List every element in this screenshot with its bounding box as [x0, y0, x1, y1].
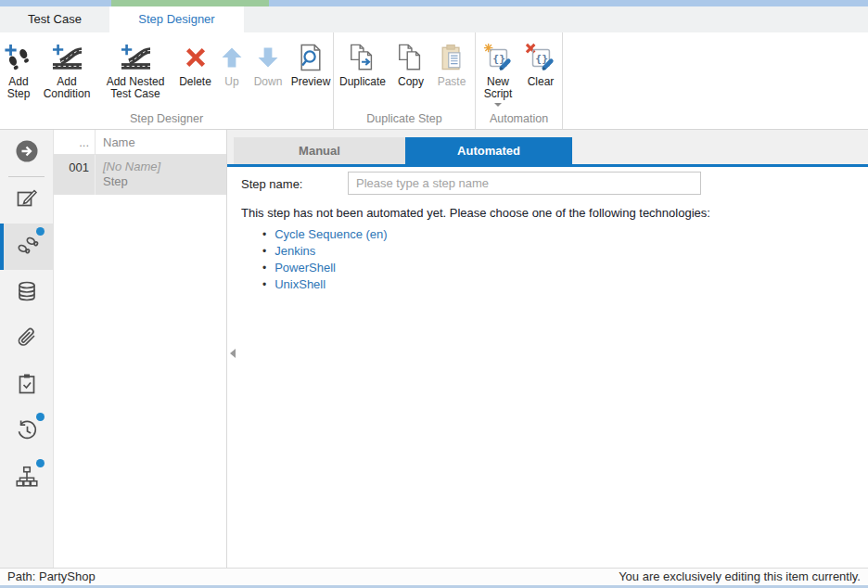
step-row[interactable]: 001 [No Name] Step	[54, 155, 226, 195]
delete-label: Delete	[179, 76, 211, 88]
new-script-button[interactable]: {} New Script	[476, 37, 520, 107]
technology-link[interactable]: Jenkins	[262, 243, 388, 260]
navigate-icon	[15, 139, 39, 167]
document-tabbar: Test Case Step Designer	[0, 6, 868, 32]
preview-icon	[298, 39, 324, 76]
clear-script-icon: {}	[525, 39, 556, 76]
steps-list-panel: ... Name 001 [No Name] Step	[54, 130, 227, 568]
delete-button[interactable]: Delete	[174, 37, 216, 88]
sidebar-item-hierarchy[interactable]	[0, 455, 53, 502]
copy-icon	[395, 39, 427, 76]
ribbon-group-label: Step Designer	[0, 112, 333, 125]
add-nested-test-case-button[interactable]: Add Nested Test Case	[96, 37, 174, 100]
data-icon	[15, 279, 39, 307]
notification-dot	[36, 227, 45, 236]
clear-script-button[interactable]: {} Clear	[520, 37, 561, 88]
preview-label: Preview	[291, 76, 331, 88]
step-type: Step	[103, 174, 226, 189]
add-step-button[interactable]: Add Step	[0, 37, 37, 100]
duplicate-label: Duplicate	[339, 76, 386, 88]
copy-button[interactable]: Copy	[391, 37, 430, 88]
app-window: Test Case Step Designer Add Step	[0, 0, 868, 588]
notification-dot	[36, 459, 45, 467]
tasks-icon	[15, 372, 39, 400]
down-label: Down	[254, 76, 283, 88]
add-condition-button[interactable]: Add Condition	[37, 37, 96, 100]
step-editor: Manual Automated Step name: This step ha…	[227, 130, 868, 568]
sidebar-item-data[interactable]	[0, 270, 53, 316]
svg-text:{}: {}	[492, 53, 505, 65]
editor-tabstrip: Manual Automated	[227, 130, 868, 164]
active-tab-accent-strip	[111, 0, 269, 6]
sidebar-item-tasks[interactable]	[0, 363, 53, 409]
tab-manual[interactable]: Manual	[234, 137, 405, 164]
ribbon-group-label: Duplicate Step	[334, 112, 475, 125]
steps-list-header: ... Name	[54, 130, 226, 155]
collapse-panel-arrow-icon[interactable]	[230, 349, 236, 358]
duplicate-button[interactable]: Duplicate	[334, 37, 391, 88]
technology-link[interactable]: UnixShell	[262, 276, 388, 293]
up-button: Up	[216, 37, 248, 88]
ribbon-group-automation: {} New Script {}	[476, 32, 563, 129]
paste-icon	[439, 39, 465, 76]
paste-label: Paste	[438, 76, 466, 88]
down-button: Down	[248, 37, 288, 88]
new-script-icon: {}	[482, 39, 514, 76]
duplicate-icon	[347, 39, 378, 76]
preview-button[interactable]: Preview	[288, 37, 333, 88]
step-number: 001	[54, 155, 96, 195]
sidebar-item-edit[interactable]	[0, 177, 53, 224]
history-icon	[15, 418, 39, 446]
technology-link[interactable]: PowerShell	[262, 260, 388, 276]
notification-dot	[36, 413, 45, 421]
step-name-input[interactable]	[348, 172, 701, 195]
tab-test-case[interactable]: Test Case	[0, 6, 109, 32]
add-nested-test-case-label: Add Nested Test Case	[96, 76, 174, 100]
column-header-name: Name	[96, 130, 226, 154]
add-condition-icon	[51, 39, 83, 76]
paste-button: Paste	[430, 37, 473, 88]
ribbon-toolbar: Add Step Add Condition	[0, 32, 868, 130]
up-label: Up	[224, 76, 238, 88]
sidebar-item-attachments[interactable]	[0, 316, 53, 363]
step-name: [No Name]	[103, 160, 226, 174]
down-arrow-icon	[255, 39, 281, 76]
status-bar: Path: PartyShop You are exclusively edit…	[0, 568, 868, 585]
technology-list: Cycle Sequence (en) Jenkins PowerShell U…	[262, 226, 388, 293]
delete-icon	[183, 39, 209, 76]
active-tab-underline	[227, 164, 868, 167]
ribbon-group-duplicate-step: Duplicate Copy	[334, 32, 476, 129]
status-path: Path: PartyShop	[7, 569, 96, 585]
add-step-label: Add Step	[0, 76, 37, 100]
sidebar-item-navigate[interactable]	[0, 130, 53, 176]
step-name-label: Step name:	[241, 177, 303, 191]
automation-message: This step has not been automated yet. Pl…	[241, 206, 710, 220]
add-condition-label: Add Condition	[37, 76, 96, 100]
sidebar-item-steps[interactable]	[0, 224, 53, 270]
tab-automated[interactable]: Automated	[405, 137, 572, 164]
sidebar-item-history[interactable]	[0, 409, 53, 455]
attachments-icon	[15, 326, 39, 353]
up-arrow-icon	[219, 39, 245, 76]
clear-script-label: Clear	[528, 76, 555, 88]
copy-label: Copy	[398, 76, 424, 88]
edit-icon	[15, 186, 39, 214]
ribbon-group-step-designer: Add Step Add Condition	[0, 32, 334, 129]
left-icon-rail	[0, 130, 54, 568]
add-nested-test-case-icon	[120, 39, 151, 76]
tab-step-designer[interactable]: Step Designer	[109, 6, 244, 32]
new-script-dropdown-caret-icon[interactable]	[494, 103, 502, 107]
column-header-number: ...	[54, 130, 96, 154]
hierarchy-icon	[15, 465, 39, 492]
status-edit-message: You are exclusively editing this item cu…	[619, 569, 861, 585]
technology-link[interactable]: Cycle Sequence (en)	[262, 226, 388, 243]
ribbon-group-label: Automation	[476, 112, 562, 125]
svg-text:{}: {}	[535, 53, 548, 65]
new-script-label: New Script	[476, 76, 520, 100]
steps-icon	[17, 233, 41, 261]
add-step-icon	[3, 39, 34, 76]
